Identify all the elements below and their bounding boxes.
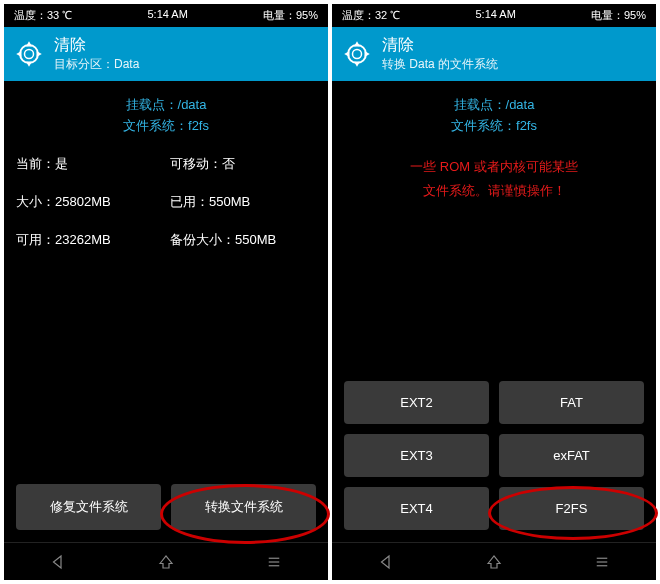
change-fs-button[interactable]: 转换文件系统 bbox=[171, 484, 316, 530]
fs-ext2-button[interactable]: EXT2 bbox=[344, 381, 489, 424]
page-title: 清除 bbox=[54, 35, 139, 56]
status-bar: 温度：33 ℃ 5:14 AM 电量：95% bbox=[4, 4, 328, 27]
fs-ext4-button[interactable]: EXT4 bbox=[344, 487, 489, 530]
svg-point-5 bbox=[348, 45, 366, 63]
warning-text: 一些 ROM 或者内核可能某些 文件系统。请谨慎操作！ bbox=[344, 155, 644, 204]
stat-free: 可用：23262MB bbox=[16, 231, 162, 249]
page-subtitle: 转换 Data 的文件系统 bbox=[382, 56, 498, 73]
back-icon[interactable] bbox=[49, 553, 67, 571]
page-title: 清除 bbox=[382, 35, 498, 56]
status-bar: 温度：32 ℃ 5:14 AM 电量：95% bbox=[332, 4, 656, 27]
status-battery: 电量：95% bbox=[263, 8, 318, 23]
nav-bar bbox=[4, 542, 328, 580]
stat-size: 大小：25802MB bbox=[16, 193, 162, 211]
recent-icon[interactable] bbox=[265, 553, 283, 571]
home-icon[interactable] bbox=[485, 553, 503, 571]
twrp-logo-icon bbox=[14, 39, 44, 69]
mount-point: 挂载点：/data bbox=[344, 95, 644, 116]
mount-point: 挂载点：/data bbox=[16, 95, 316, 116]
filesystem-type: 文件系统：f2fs bbox=[16, 116, 316, 137]
status-battery: 电量：95% bbox=[591, 8, 646, 23]
filesystem-type: 文件系统：f2fs bbox=[344, 116, 644, 137]
svg-point-6 bbox=[353, 50, 362, 59]
fs-exfat-button[interactable]: exFAT bbox=[499, 434, 644, 477]
twrp-logo-icon bbox=[342, 39, 372, 69]
page-subtitle: 目标分区：Data bbox=[54, 56, 139, 73]
status-time: 5:14 AM bbox=[147, 8, 187, 23]
stat-used: 已用：550MB bbox=[170, 193, 316, 211]
warning-line: 一些 ROM 或者内核可能某些 bbox=[344, 155, 644, 180]
home-icon[interactable] bbox=[157, 553, 175, 571]
fs-fat-button[interactable]: FAT bbox=[499, 381, 644, 424]
status-time: 5:14 AM bbox=[475, 8, 515, 23]
status-temp: 温度：33 ℃ bbox=[14, 8, 72, 23]
header: 清除 目标分区：Data bbox=[4, 27, 328, 81]
status-temp: 温度：32 ℃ bbox=[342, 8, 400, 23]
screen-wipe-partition: 温度：33 ℃ 5:14 AM 电量：95% 清除 目标分区：Data 挂载点：… bbox=[4, 4, 328, 580]
fs-f2fs-button[interactable]: F2FS bbox=[499, 487, 644, 530]
header: 清除 转换 Data 的文件系统 bbox=[332, 27, 656, 81]
partition-info: 挂载点：/data 文件系统：f2fs bbox=[344, 95, 644, 137]
fs-ext3-button[interactable]: EXT3 bbox=[344, 434, 489, 477]
stat-current: 当前：是 bbox=[16, 155, 162, 173]
filesystem-options: EXT2 FAT EXT3 exFAT EXT4 F2FS bbox=[344, 381, 644, 530]
warning-line: 文件系统。请谨慎操作！ bbox=[344, 179, 644, 204]
repair-fs-button[interactable]: 修复文件系统 bbox=[16, 484, 161, 530]
svg-point-0 bbox=[20, 45, 38, 63]
recent-icon[interactable] bbox=[593, 553, 611, 571]
svg-point-1 bbox=[25, 50, 34, 59]
back-icon[interactable] bbox=[377, 553, 395, 571]
stat-removable: 可移动：否 bbox=[170, 155, 316, 173]
partition-info: 挂载点：/data 文件系统：f2fs bbox=[16, 95, 316, 137]
nav-bar bbox=[332, 542, 656, 580]
partition-stats: 当前：是 可移动：否 大小：25802MB 已用：550MB 可用：23262M… bbox=[16, 155, 316, 249]
stat-backup: 备份大小：550MB bbox=[170, 231, 316, 249]
screen-change-fs: 温度：32 ℃ 5:14 AM 电量：95% 清除 转换 Data 的文件系统 … bbox=[332, 4, 656, 580]
